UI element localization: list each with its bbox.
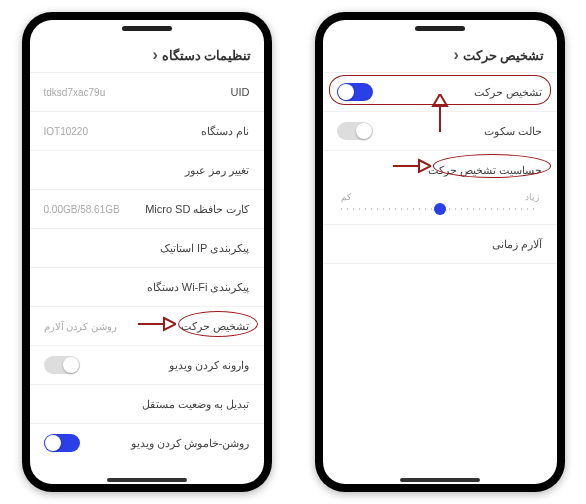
motion-toggle[interactable]	[337, 83, 373, 101]
header-left: تنظیمات دستگاه ‹	[30, 38, 264, 73]
row-sensitivity: حساسیت تشخیص حرکت	[323, 151, 557, 182]
sensitivity-slider[interactable]	[341, 208, 539, 210]
row-change-password[interactable]: تغییر رمز عبور	[30, 151, 264, 190]
row-sd-card[interactable]: کارت حافظه Micro SD 0.00GB/58.61GB	[30, 190, 264, 229]
annotation-arrow-motion	[136, 315, 176, 333]
slider-thumb[interactable]	[434, 203, 446, 215]
sd-value: 0.00GB/58.61GB	[44, 204, 120, 215]
device-name-label: نام دستگاه	[201, 125, 249, 138]
slider-labels: زیاد کم	[341, 192, 539, 202]
screen-left: تنظیمات دستگاه ‹ UID tdksd7xac79u نام دس…	[30, 20, 264, 484]
slider-label-low: کم	[341, 192, 351, 202]
motion-toggle-label: تشخیص حرکت	[474, 86, 542, 99]
row-sensitivity-slider[interactable]: زیاد کم	[323, 182, 557, 225]
row-motion-detect[interactable]: تشخیص حرکت روشن کردن آلارم	[30, 307, 264, 346]
device-name-value: IOT10220	[44, 126, 88, 137]
row-silent-mode[interactable]: حالت سکوت	[323, 112, 557, 151]
phone-right: تشخیص حرکت ‹ تشخیص حرکت حالت سکوت حساسیت…	[315, 12, 565, 492]
back-icon[interactable]: ‹	[450, 46, 463, 64]
standalone-label: تبدیل به وضعیت مستقل	[142, 398, 249, 411]
motion-value: روشن کردن آلارم	[44, 321, 118, 332]
power-toggle[interactable]	[44, 434, 80, 452]
change-pass-label: تغییر رمز عبور	[185, 164, 249, 177]
row-time-alarm[interactable]: آلارم زمانی	[323, 225, 557, 264]
flip-label: وارونه کردن ویدیو	[169, 359, 249, 372]
motion-label: تشخیص حرکت	[181, 320, 249, 333]
screen-right: تشخیص حرکت ‹ تشخیص حرکت حالت سکوت حساسیت…	[323, 20, 557, 484]
ip-label: پیکربندی IP استاتیک	[160, 242, 250, 255]
sensitivity-label: حساسیت تشخیص حرکت	[428, 164, 542, 177]
sd-label: کارت حافظه Micro SD	[145, 203, 249, 216]
row-wifi[interactable]: پیکربندی Wi-Fi دستگاه	[30, 268, 264, 307]
page-title: تشخیص حرکت	[463, 48, 545, 63]
uid-value: tdksd7xac79u	[44, 87, 106, 98]
page-title: تنظیمات دستگاه	[162, 48, 252, 63]
phone-left: تنظیمات دستگاه ‹ UID tdksd7xac79u نام دس…	[22, 12, 272, 492]
svg-marker-1	[164, 318, 176, 330]
row-flip-video[interactable]: وارونه کردن ویدیو	[30, 346, 264, 385]
slider-label-high: زیاد	[525, 192, 539, 202]
annotation-arrow-sensitivity	[391, 157, 431, 175]
row-standalone[interactable]: تبدیل به وضعیت مستقل	[30, 385, 264, 424]
row-power-video[interactable]: روشن-خاموش کردن ویدیو	[30, 424, 264, 462]
power-label: روشن-خاموش کردن ویدیو	[131, 437, 250, 450]
flip-toggle[interactable]	[44, 356, 80, 374]
silent-toggle[interactable]	[337, 122, 373, 140]
header-right: تشخیص حرکت ‹	[323, 38, 557, 73]
row-static-ip[interactable]: پیکربندی IP استاتیک	[30, 229, 264, 268]
silent-label: حالت سکوت	[484, 125, 542, 138]
row-uid[interactable]: UID tdksd7xac79u	[30, 73, 264, 112]
uid-label: UID	[231, 86, 250, 98]
back-icon[interactable]: ‹	[149, 46, 162, 64]
row-device-name[interactable]: نام دستگاه IOT10220	[30, 112, 264, 151]
wifi-label: پیکربندی Wi-Fi دستگاه	[147, 281, 250, 294]
time-alarm-label: آلارم زمانی	[492, 238, 542, 251]
row-motion-toggle[interactable]: تشخیص حرکت	[323, 73, 557, 112]
